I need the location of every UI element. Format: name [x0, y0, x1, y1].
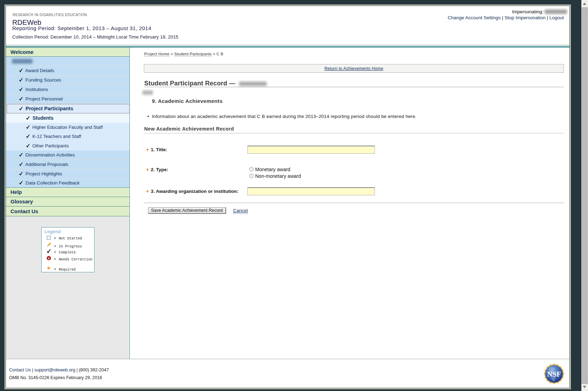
svg-text:x: x	[48, 257, 49, 260]
svg-text:NSF: NSF	[547, 370, 561, 378]
